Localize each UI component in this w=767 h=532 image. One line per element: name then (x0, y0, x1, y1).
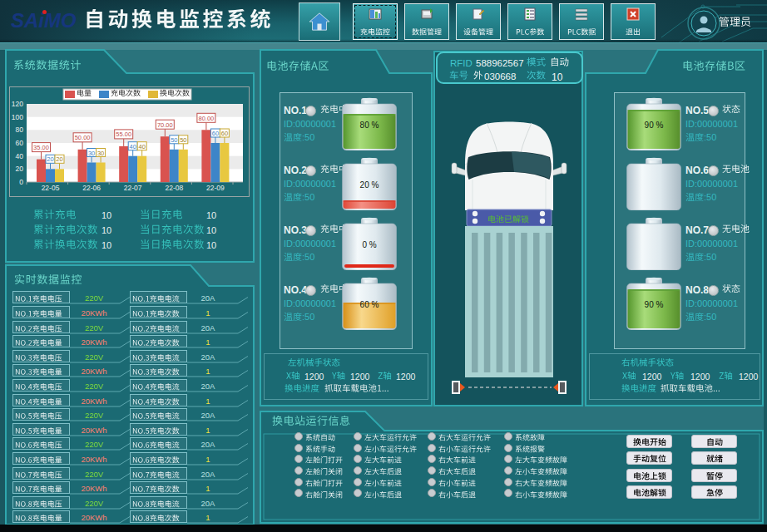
svg-text:55.00: 55.00 (116, 131, 131, 138)
svg-text:120: 120 (12, 100, 23, 108)
svg-text:22-09: 22-09 (206, 184, 225, 192)
svg-text:40: 40 (139, 143, 146, 150)
svg-text:0: 0 (19, 178, 23, 186)
svg-text:20: 20 (47, 155, 53, 163)
svg-text:22-06: 22-06 (82, 184, 101, 192)
svg-text:80: 80 (16, 126, 24, 134)
svg-text:80.00: 80.00 (199, 115, 215, 122)
svg-text:100: 100 (12, 113, 23, 121)
svg-text:50: 50 (171, 136, 177, 144)
svg-text:30: 30 (88, 150, 95, 157)
svg-text:60: 60 (16, 139, 24, 147)
svg-text:60: 60 (212, 130, 219, 137)
svg-text:20: 20 (56, 155, 62, 163)
svg-text:60: 60 (221, 130, 228, 137)
svg-text:22-07: 22-07 (124, 184, 142, 192)
svg-text:35.00: 35.00 (33, 144, 49, 151)
svg-text:40: 40 (16, 152, 24, 160)
svg-text:70.00: 70.00 (157, 121, 173, 129)
svg-text:22-08: 22-08 (165, 184, 183, 192)
svg-text:20: 20 (16, 165, 24, 173)
svg-text:50: 50 (180, 136, 186, 144)
svg-text:50.00: 50.00 (75, 134, 91, 141)
svg-text:30: 30 (97, 150, 104, 157)
svg-text:40: 40 (130, 143, 136, 150)
svg-text:22-05: 22-05 (42, 184, 60, 192)
